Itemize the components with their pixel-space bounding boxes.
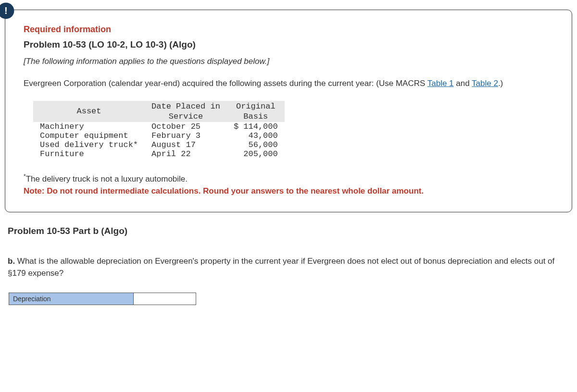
depreciation-input[interactable]	[134, 293, 196, 305]
date-cell: October 25	[145, 122, 227, 131]
asset-cell: Computer equipment	[33, 131, 145, 140]
question-body: What is the allowable depreciation on Ev…	[8, 257, 554, 278]
table-row: Used delivery truck* August 17 56,000	[33, 140, 285, 149]
basis-cell: $ 114,000	[227, 122, 285, 131]
subtitle: [The following information applies to th…	[24, 57, 553, 66]
asset-cell: Machinery	[33, 122, 145, 131]
basis-cell: 56,000	[227, 140, 285, 149]
part-title: Problem 10-53 Part b (Algo)	[8, 226, 572, 236]
asset-cell: Furniture	[33, 149, 145, 159]
footnote: *The delivery truck is not a luxury auto…	[24, 172, 553, 197]
footnote-text: The delivery truck is not a luxury autom…	[26, 174, 188, 184]
intro-text-post: .)	[498, 79, 503, 88]
question-text: b. What is the allowable depreciation on…	[8, 256, 572, 279]
macrs-table-1-link[interactable]: Table 1	[427, 79, 454, 88]
macrs-table-2-link[interactable]: Table 2	[472, 79, 498, 88]
required-info-box: ! Required information Problem 10-53 (LO…	[5, 10, 572, 212]
answer-row: Depreciation	[9, 293, 572, 305]
date-cell: February 3	[145, 131, 227, 140]
intro-text-pre: Evergreen Corporation (calendar year-end…	[24, 79, 427, 88]
intro-text-mid: and	[454, 79, 472, 88]
date-cell: August 17	[145, 140, 227, 149]
asset-table: Asset Date Placed in Service Original Ba…	[33, 101, 285, 159]
col-header-date: Date Placed in Service	[145, 101, 227, 122]
table-row: Machinery October 25 $ 114,000	[33, 122, 285, 131]
note-text: Note: Do not round intermediate calculat…	[24, 186, 424, 196]
table-row: Computer equipment February 3 43,000	[33, 131, 285, 140]
col-header-asset: Asset	[33, 101, 145, 122]
problem-title: Problem 10-53 (LO 10-2, LO 10-3) (Algo)	[24, 39, 553, 50]
required-info-heading: Required information	[24, 24, 553, 35]
table-row: Furniture April 22 205,000	[33, 149, 285, 159]
intro-paragraph: Evergreen Corporation (calendar year-end…	[24, 78, 553, 89]
answer-label: Depreciation	[9, 293, 134, 305]
date-cell: April 22	[145, 149, 227, 159]
col-header-basis: Original Basis	[227, 101, 285, 122]
question-prefix: b.	[8, 257, 17, 266]
basis-cell: 43,000	[227, 131, 285, 140]
asset-cell: Used delivery truck*	[33, 140, 145, 149]
basis-cell: 205,000	[227, 149, 285, 159]
info-badge: !	[0, 2, 14, 19]
